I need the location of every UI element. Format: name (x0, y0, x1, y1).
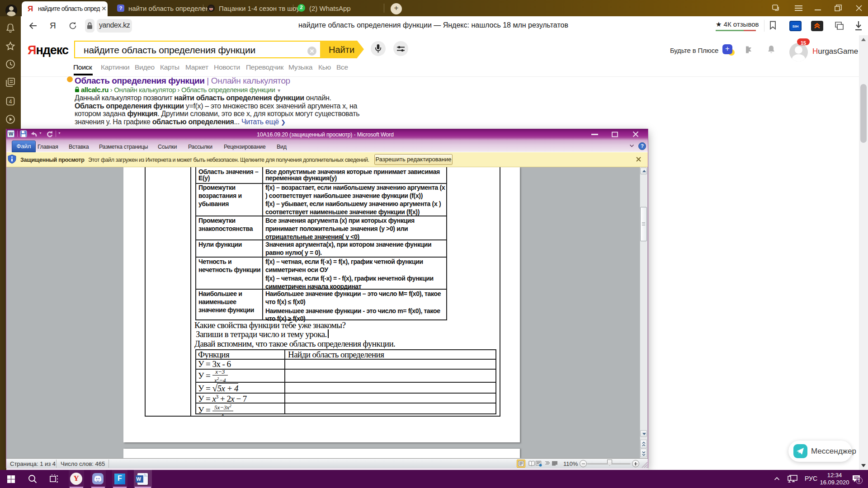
svg-text:4: 4 (9, 99, 12, 105)
